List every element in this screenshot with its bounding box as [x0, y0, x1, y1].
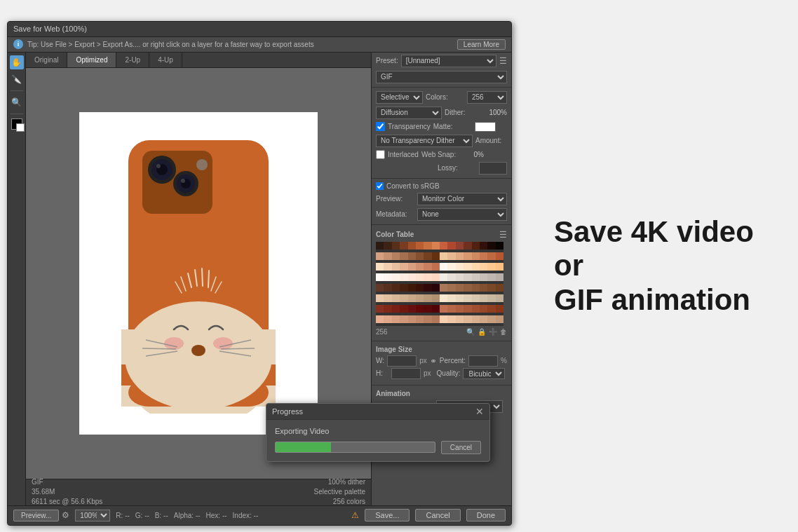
ct-btn-2[interactable]: 🔒 [478, 328, 486, 336]
done-button[interactable]: Done [466, 509, 506, 521]
transparency-row: Transparency Matte: [372, 121, 511, 133]
format-select[interactable]: GIF [376, 71, 507, 83]
h-label: H: [376, 369, 388, 377]
divider-2 [372, 178, 511, 179]
divider-4 [372, 341, 511, 341]
preset-menu-icon[interactable]: ☰ [499, 56, 507, 66]
amount-label: Amount: [475, 137, 507, 144]
svg-point-17 [191, 345, 205, 356]
web-snap-label: Web Snap: [421, 151, 460, 158]
format-row: GIF [372, 69, 511, 85]
warning-icon: ⚠ [351, 510, 359, 520]
big-text: Save 4K video or GIF animation [554, 215, 778, 317]
svg-point-6 [125, 305, 272, 410]
tab-2up[interactable]: 2-Up [116, 53, 149, 67]
preview-row: Preview: Monitor Color [372, 191, 511, 207]
format-label: GIF [32, 477, 102, 487]
progress-body: Exporting Video Cancel [266, 420, 489, 461]
height-input[interactable]: 1080 [391, 368, 421, 379]
preset-label: Preset: [376, 57, 398, 64]
lossy-input[interactable]: 0 [479, 162, 507, 175]
interlaced-label: Interlaced [388, 151, 419, 158]
width-input[interactable]: 1920 [387, 355, 417, 367]
width-row: W: 1920 px ⚭ Percent: 100 % [376, 355, 507, 367]
web-snap-value: 0% [463, 151, 484, 158]
status-right: 100% dither Selective palette 256 colors [314, 477, 365, 505]
learn-more-button[interactable]: Learn More [457, 39, 506, 50]
svg-point-16 [196, 159, 208, 170]
svg-line-29 [208, 271, 209, 287]
progress-cancel-button[interactable]: Cancel [441, 441, 481, 454]
lossy-label: Lossy: [438, 164, 476, 172]
matte-swatch[interactable] [475, 122, 496, 132]
divider-3 [372, 224, 511, 225]
convert-srgb-checkbox[interactable] [376, 182, 384, 190]
preview-button[interactable]: Preview... [13, 510, 59, 521]
rate-label: 6611 sec @ 56.6 Kbps [32, 497, 102, 505]
transparency-checkbox[interactable] [376, 122, 385, 131]
zoom-select[interactable]: 100% [75, 510, 110, 521]
progress-bar-fill [276, 442, 331, 452]
colors-select[interactable]: 256 [467, 91, 507, 104]
h-unit: px [424, 369, 431, 377]
big-text-panel: Save 4K video or GIF animation [540, 215, 798, 317]
ct-btn-1[interactable]: 🔍 [466, 328, 475, 336]
tab-original[interactable]: Original [26, 53, 67, 67]
svg-line-28 [202, 268, 203, 286]
w-unit: px [419, 357, 427, 364]
zoom-tool[interactable]: 🔍 [10, 95, 24, 109]
w-label: W: [376, 357, 384, 364]
svg-line-21 [142, 348, 176, 349]
lossy-row: Lossy: 0 [372, 161, 511, 176]
preview-settings-icon[interactable]: ⚙ [62, 510, 69, 520]
preview-area: Preview... ⚙ [13, 510, 69, 521]
tool-separator-2 [11, 114, 23, 114]
divider-5 [372, 385, 511, 386]
interlaced-checkbox[interactable] [376, 150, 385, 159]
page-layout: Save for Web (100%) i Tip: Use File > Ex… [0, 0, 798, 532]
quality-select[interactable]: Bicubic [463, 368, 505, 379]
link-icon: ⚭ [430, 356, 437, 366]
ct-count: 256 [376, 328, 388, 336]
title-bar: Save for Web (100%) [8, 22, 511, 37]
dither-select[interactable]: Diffusion [376, 107, 442, 119]
r-label: R: -- [116, 512, 129, 519]
save-button[interactable]: Save... [365, 509, 410, 521]
color-swatch[interactable] [11, 118, 22, 130]
slice-tool[interactable]: 🔪 [10, 72, 24, 86]
tab-optimized[interactable]: Optimized [67, 53, 116, 67]
tabs-row: Original Optimized 2-Up 4-Up [26, 53, 371, 68]
color-table-header: Color Table ☰ [376, 230, 507, 240]
b-label: B: -- [155, 512, 168, 519]
size-label: 35.68M [32, 487, 102, 497]
tab-4up[interactable]: 4-Up [149, 53, 182, 67]
preview-select[interactable]: Monitor Color [417, 193, 507, 205]
svg-point-11 [156, 164, 161, 168]
svg-line-24 [221, 348, 255, 349]
quality-label: Quality: [437, 369, 461, 377]
transparency-label: Transparency [388, 123, 431, 130]
ct-btn-4[interactable]: 🗑 [500, 328, 507, 336]
preview-label: Preview: [376, 195, 414, 203]
reduction-select[interactable]: Selective [376, 91, 423, 104]
zoom-control: 100% [75, 510, 110, 521]
ct-btn-3[interactable]: ➕ [489, 328, 497, 336]
no-trans-dither-select[interactable]: No Transparency Dither [376, 135, 473, 147]
dither-value: 100% [486, 109, 507, 116]
palette-info: Selective palette [314, 487, 365, 497]
color-table-label: Color Table [376, 231, 414, 238]
progress-close-button[interactable]: ✕ [475, 407, 484, 416]
cancel-button[interactable]: Cancel [415, 509, 460, 521]
size-header: Image Size [376, 346, 507, 353]
preset-row: Preset: [Unnamed] ☰ [372, 53, 511, 69]
color-table-grid [376, 242, 503, 326]
hand-tool[interactable]: ✋ [10, 55, 24, 69]
pct-unit: % [501, 357, 507, 364]
metadata-select[interactable]: None [417, 208, 507, 221]
color-indicators: R: -- G: -- B: -- Alpha: -- Hex: -- Inde… [116, 512, 258, 519]
color-table-menu-icon[interactable]: ☰ [499, 230, 507, 240]
progress-dialog: Progress ✕ Exporting Video Cancel [266, 403, 490, 462]
divider-1 [372, 87, 511, 88]
pct-input[interactable]: 100 [468, 355, 498, 367]
preset-select[interactable]: [Unnamed] [401, 55, 496, 67]
